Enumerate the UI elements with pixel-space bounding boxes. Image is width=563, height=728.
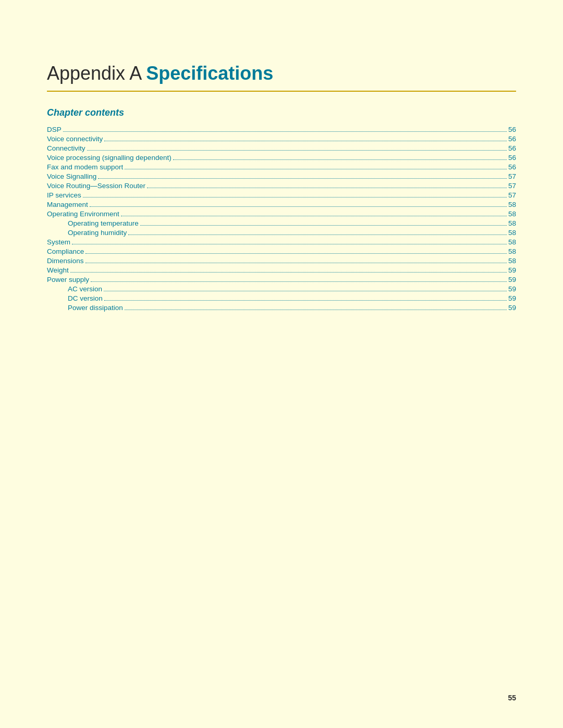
toc-page-number: 57 <box>508 182 516 190</box>
toc-page-number: 56 <box>508 163 516 171</box>
toc-item: IP services57 <box>47 191 516 199</box>
toc-link[interactable]: Operating humidity <box>68 229 127 237</box>
toc-dots <box>173 159 507 160</box>
toc-item: Fax and modem support56 <box>47 163 516 171</box>
toc-page-number: 59 <box>508 266 516 274</box>
toc-link[interactable]: System <box>47 238 70 246</box>
toc-link[interactable]: IP services <box>47 191 81 199</box>
toc-item: Operating humidity58 <box>47 229 516 237</box>
toc-dots <box>104 291 507 291</box>
toc-item: Compliance58 <box>47 248 516 255</box>
toc-item: Management58 <box>47 201 516 208</box>
toc-item: Voice connectivity56 <box>47 135 516 143</box>
toc-link[interactable]: Weight <box>47 266 69 274</box>
toc-item: Dimensions58 <box>47 257 516 265</box>
toc-item: Operating temperature58 <box>47 219 516 227</box>
toc-link[interactable]: DC version <box>68 294 103 302</box>
toc-dots <box>85 263 507 263</box>
toc-item: Weight59 <box>47 266 516 274</box>
toc-item: DSP56 <box>47 126 516 133</box>
toc-link[interactable]: Connectivity <box>47 144 85 152</box>
toc-dots <box>125 310 507 310</box>
toc-page-number: 56 <box>508 135 516 143</box>
toc-item: DC version59 <box>47 294 516 302</box>
toc-dots <box>128 235 507 235</box>
page: Appendix A Specifications Chapter conten… <box>0 0 563 728</box>
toc-dots <box>87 150 507 151</box>
toc-link[interactable]: Voice processing (signalling dependent) <box>47 154 172 162</box>
toc-dots <box>140 225 507 226</box>
toc-link[interactable]: Compliance <box>47 248 84 255</box>
toc-dots <box>83 197 507 198</box>
toc-dots <box>104 300 507 301</box>
page-number: 55 <box>508 694 516 702</box>
toc-link[interactable]: Fax and modem support <box>47 163 123 171</box>
toc-page-number: 58 <box>508 210 516 218</box>
toc-page-number: 57 <box>508 172 516 180</box>
toc-item: Operating Environment58 <box>47 210 516 218</box>
toc-page-number: 59 <box>508 294 516 302</box>
toc-page-number: 58 <box>508 219 516 227</box>
toc-link[interactable]: Voice connectivity <box>47 135 103 143</box>
toc-item: Power dissipation59 <box>47 304 516 312</box>
toc-item: Voice Signalling57 <box>47 172 516 180</box>
toc-dots <box>72 244 507 244</box>
toc-dots <box>85 253 507 254</box>
toc-page-number: 58 <box>508 229 516 237</box>
toc-page-number: 58 <box>508 238 516 246</box>
chapter-contents-heading: Chapter contents <box>47 107 516 118</box>
page-title-section: Appendix A Specifications <box>47 63 516 92</box>
toc-link[interactable]: Operating temperature <box>68 219 139 227</box>
toc-page-number: 59 <box>508 304 516 312</box>
toc-page-number: 58 <box>508 201 516 208</box>
title-main: Specifications <box>146 63 273 84</box>
toc-link[interactable]: Management <box>47 201 88 208</box>
chapter-contents-section: Chapter contents DSP56Voice connectivity… <box>47 107 516 312</box>
toc-item: Voice processing (signalling dependent)5… <box>47 154 516 162</box>
toc-link[interactable]: AC version <box>68 285 102 293</box>
toc-link[interactable]: Power supply <box>47 276 89 283</box>
toc-list: DSP56Voice connectivity56Connectivity56V… <box>47 126 516 312</box>
toc-item: Connectivity56 <box>47 144 516 152</box>
toc-page-number: 57 <box>508 191 516 199</box>
toc-item: Voice Routing—Session Router57 <box>47 182 516 190</box>
toc-link[interactable]: Dimensions <box>47 257 84 265</box>
toc-page-number: 56 <box>508 144 516 152</box>
toc-link[interactable]: Voice Routing—Session Router <box>47 182 145 190</box>
toc-page-number: 58 <box>508 248 516 255</box>
toc-item: System58 <box>47 238 516 246</box>
toc-page-number: 56 <box>508 154 516 162</box>
toc-dots <box>98 178 507 179</box>
toc-item: AC version59 <box>47 285 516 293</box>
toc-dots <box>91 281 507 282</box>
toc-page-number: 58 <box>508 257 516 265</box>
toc-dots <box>121 216 507 216</box>
toc-item: Power supply59 <box>47 276 516 283</box>
toc-page-number: 56 <box>508 126 516 133</box>
toc-link[interactable]: DSP <box>47 126 62 133</box>
toc-page-number: 59 <box>508 276 516 283</box>
toc-dots <box>90 206 507 207</box>
toc-dots <box>125 169 507 169</box>
toc-dots <box>104 141 507 141</box>
toc-page-number: 59 <box>508 285 516 293</box>
toc-dots <box>147 188 507 188</box>
toc-dots <box>70 272 507 273</box>
toc-dots <box>63 131 507 132</box>
toc-link[interactable]: Operating Environment <box>47 210 119 218</box>
toc-link[interactable]: Voice Signalling <box>47 172 96 180</box>
title-prefix: Appendix A <box>47 63 146 84</box>
page-title: Appendix A Specifications <box>47 63 516 84</box>
toc-link[interactable]: Power dissipation <box>68 304 123 312</box>
